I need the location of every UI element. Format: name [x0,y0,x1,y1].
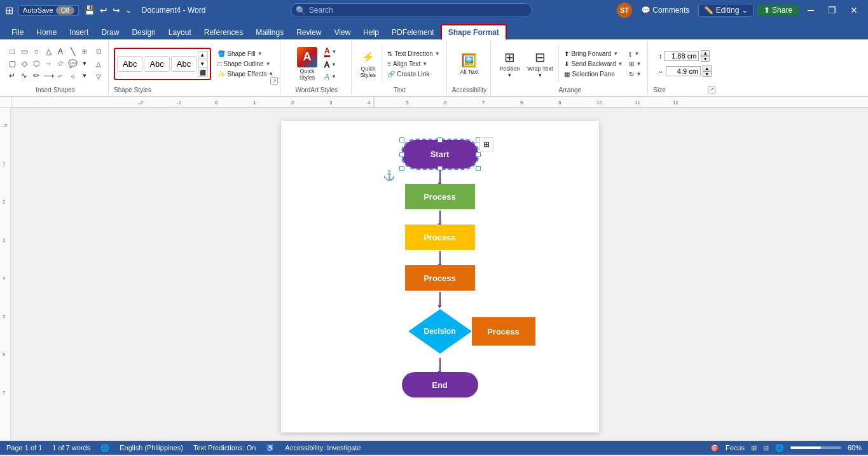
bring-forward-caret[interactable]: ▼ [613,51,618,57]
handle-tl[interactable] [399,137,404,142]
zoom-slider[interactable] [790,446,841,449]
tab-review[interactable]: Review [290,25,327,39]
tab-shape-format[interactable]: Shape Format [441,24,507,39]
align-text-caret[interactable]: ▼ [422,61,427,67]
undo-icon[interactable]: ↩ [100,5,107,15]
shape-callout[interactable]: 💬 [67,58,78,69]
handle-tm[interactable] [437,137,443,142]
position-caret[interactable]: ▼ [507,73,512,78]
shape-decision[interactable]: Decision [405,306,475,357]
tab-home[interactable]: Home [30,25,63,39]
handle-mr[interactable] [476,152,481,157]
handle-ml[interactable] [399,152,404,157]
send-backward-caret[interactable]: ▼ [617,61,623,67]
zoom-level[interactable]: 60% [848,444,862,452]
autosave-toggle[interactable]: AutoSave Off [18,5,79,16]
fill-caret[interactable]: ▼ [258,51,263,57]
handle-bl[interactable] [399,166,404,171]
group-button[interactable]: ⊞ ▼ [626,59,644,69]
shape-freeform[interactable]: ✏ [31,70,42,81]
quick-styles-button[interactable]: A QuickStyles [294,46,320,82]
text-outline-button[interactable]: A ▼ [322,59,340,71]
shape-rounded-rect[interactable]: ▢ [6,58,18,69]
canvas-wrap[interactable]: Start ⊞ ⚓ [11,108,868,441]
shape-process-2[interactable]: Process [405,225,475,250]
shape-bent-arrow[interactable]: ↵ [6,70,18,81]
text-effects-button[interactable]: A ▼ [322,71,340,83]
view-layout-icon[interactable]: ⊟ [763,444,769,452]
save-icon[interactable]: 💾 [84,5,95,15]
rotate-caret[interactable]: ▼ [636,71,641,77]
shape-up[interactable]: △ [93,58,104,69]
search-input[interactable] [291,3,532,17]
text-outline-caret[interactable]: ▼ [331,62,336,67]
shape-arrange-icon[interactable]: ⊡ [93,45,104,57]
send-backward-button[interactable]: ⬇ Send Backward ▼ [561,59,625,69]
grid-icon[interactable]: ⊞ [5,4,13,17]
bring-forward-button[interactable]: ⬆ Bring Forward ▼ [561,49,625,59]
effects-caret[interactable]: ▼ [268,71,273,77]
tab-insert[interactable]: Insert [63,25,95,39]
more-icon[interactable]: ⌄ [125,6,132,15]
editing-button[interactable]: ✏️ Editing ⌄ [698,4,753,17]
share-button[interactable]: ⬆ Share [757,4,799,16]
text-effects-caret[interactable]: ▼ [331,74,336,79]
abc-scroll-more[interactable]: ⬛ [198,69,208,77]
tab-mailings[interactable]: Mailings [249,25,290,39]
width-up[interactable]: ▲ [703,66,712,71]
abc-scroll-up[interactable]: ▲ [198,51,208,59]
shape-cylinder[interactable]: ⬡ [31,58,42,69]
tab-help[interactable]: Help [357,25,385,39]
shape-parallelogram[interactable]: ◇ [18,58,30,69]
text-direction-caret[interactable]: ▼ [435,51,440,57]
shape-arrow[interactable]: → [43,58,54,69]
handle-br[interactable] [476,166,481,171]
wrap-text-button[interactable]: ⊟ Wrap Text ▼ [524,48,556,80]
tab-file[interactable]: File [5,25,30,39]
width-down[interactable]: ▼ [703,71,712,77]
position-button[interactable]: ⊞ Position ▼ [496,48,523,80]
rotate-button[interactable]: ↻ ▼ [626,69,644,79]
shape-star[interactable]: ☆ [55,58,66,69]
view-web-icon[interactable]: 🌐 [775,444,784,452]
focus-label[interactable]: Focus [726,444,745,452]
shape-flowchart[interactable]: ⬦ [67,70,78,81]
redo-icon[interactable]: ↪ [113,5,120,15]
shape-fill-button[interactable]: 🪣 Shape Fill ▼ [215,49,276,59]
shape-rect[interactable]: ▭ [18,46,30,57]
abc-button-2[interactable]: Abc [144,56,169,72]
shape-effects-button[interactable]: ✨ Shape Effects ▼ [215,69,276,79]
outline-caret[interactable]: ▼ [266,61,271,67]
minimize-button[interactable]: ─ [803,4,819,17]
toggle-state[interactable]: Off [56,6,74,15]
text-fill-button[interactable]: A ▼ [322,45,340,59]
shape-more[interactable]: ⊞ [79,46,90,57]
height-input[interactable] [664,51,699,61]
shape-curve[interactable]: ∿ [18,70,30,81]
shape-styles-expand[interactable]: ↗ [270,77,278,85]
shape-line[interactable]: ╲ [67,46,78,57]
shape-square[interactable]: □ [6,46,18,57]
align-button[interactable]: ⫿ ▼ [626,49,644,59]
height-down[interactable]: ▼ [701,56,710,62]
comments-button[interactable]: 💬 Comments [636,4,694,16]
abc-button-1[interactable]: Abc [117,56,142,72]
wrap-caret[interactable]: ▼ [537,73,542,78]
tab-view[interactable]: View [328,25,357,39]
abc-scroll-down[interactable]: ▼ [198,60,208,68]
shape-connector[interactable]: ⟶ [43,70,54,81]
shape-process-3[interactable]: Process [405,265,475,291]
tab-pdfelement[interactable]: PDFelement [385,25,441,39]
text-direction-button[interactable]: ⇅ Text Direction ▼ [385,49,443,59]
shape-process-1[interactable]: Process [405,184,475,209]
shape-dropdown[interactable]: ▼ [79,58,90,69]
create-link-button[interactable]: 🔗 Create Link [385,69,443,79]
shape-more2[interactable]: ▼ [79,70,90,81]
text-fill-caret[interactable]: ▼ [332,49,337,55]
shape-outline-button[interactable]: □ Shape Outline ▼ [215,59,276,69]
shape-elbow[interactable]: ⌐ [55,70,66,81]
shape-down[interactable]: ▽ [93,71,104,82]
layout-options-icon[interactable]: ⊞ [479,137,493,151]
restore-button[interactable]: ❐ [823,4,841,17]
width-input[interactable] [666,66,701,76]
